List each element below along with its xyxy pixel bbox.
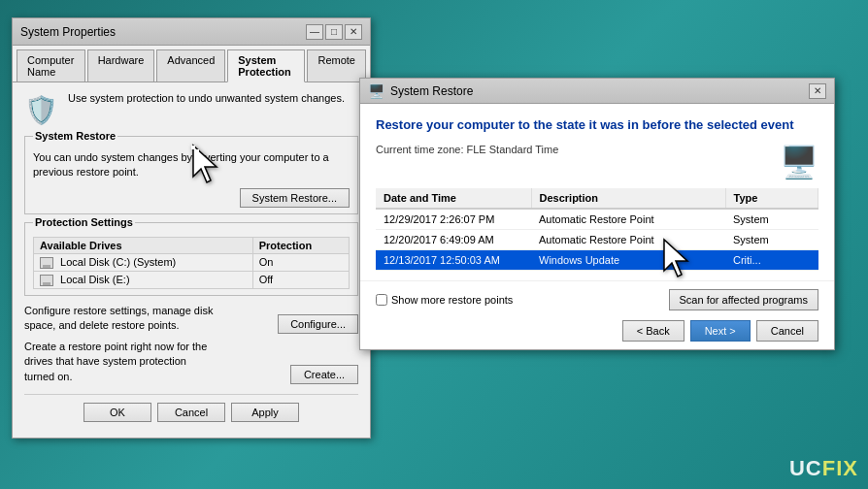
minimize-button[interactable]: — bbox=[306, 24, 323, 40]
restore-row-3[interactable]: 12/13/2017 12:50:03 AM Windows Update Cr… bbox=[376, 250, 818, 271]
drive-icon-1 bbox=[40, 257, 53, 269]
rp2-date: 12/20/2017 6:49:09 AM bbox=[376, 230, 531, 250]
bottom-btn-row: OK Cancel Apply bbox=[24, 394, 358, 428]
col-description: Description bbox=[531, 188, 725, 209]
sr-titlebar: 🖥️ System Restore ✕ bbox=[360, 79, 834, 104]
sr-window-controls: ✕ bbox=[809, 83, 826, 99]
protection-1: On bbox=[252, 253, 349, 271]
drive-icon-2 bbox=[40, 275, 53, 286]
sr-heading: Restore your computer to the state it wa… bbox=[376, 117, 818, 132]
tab-advanced[interactable]: Advanced bbox=[156, 49, 225, 82]
restore-table: Date and Time Description Type 12/29/201… bbox=[376, 188, 818, 271]
sr-close-button[interactable]: ✕ bbox=[809, 83, 826, 99]
sr-bottom-btns: < Back Next > Cancel bbox=[376, 320, 818, 342]
protection-settings-label: Protection Settings bbox=[33, 216, 135, 228]
titlebar: System Properties — □ ✕ bbox=[13, 18, 370, 46]
tab-remote[interactable]: Remote bbox=[307, 49, 366, 82]
rp3-type: Criti... bbox=[725, 250, 818, 271]
sr-content: Restore your computer to the state it wa… bbox=[360, 104, 834, 280]
watermark-part1: UC bbox=[789, 456, 822, 480]
restore-row-2[interactable]: 12/20/2017 6:49:09 AM Automatic Restore … bbox=[376, 230, 818, 250]
ok-button[interactable]: OK bbox=[83, 403, 151, 422]
restore-desc: You can undo system changes by reverting… bbox=[33, 150, 350, 180]
col-type: Type bbox=[725, 188, 818, 209]
info-section: 🛡️ Use system protection to undo unwante… bbox=[24, 92, 358, 126]
info-text: Use system protection to undo unwanted s… bbox=[68, 92, 345, 104]
show-more-text: Show more restore points bbox=[391, 294, 513, 306]
rp3-desc: Windows Update bbox=[531, 250, 725, 271]
tabs-bar: Computer Name Hardware Advanced System P… bbox=[13, 46, 370, 82]
drive-name-1: Local Disk (C:) (System) bbox=[34, 253, 253, 271]
col-drives: Available Drives bbox=[34, 237, 253, 253]
rp1-type: System bbox=[725, 209, 818, 230]
restore-icon: 🖥️ bbox=[780, 144, 818, 180]
watermark: UCFIX bbox=[789, 456, 858, 481]
window-content: 🛡️ Use system protection to undo unwante… bbox=[13, 82, 370, 438]
sr-cancel-button[interactable]: Cancel bbox=[756, 320, 818, 342]
system-properties-window: System Properties — □ ✕ Computer Name Ha… bbox=[12, 17, 371, 439]
back-button[interactable]: < Back bbox=[622, 320, 684, 342]
create-text: Create a restore point right now for the… bbox=[24, 340, 218, 384]
window-controls: — □ ✕ bbox=[306, 24, 362, 40]
maximize-button[interactable]: □ bbox=[325, 24, 343, 40]
apply-button[interactable]: Apply bbox=[231, 403, 299, 422]
sr-timezone: Current time zone: FLE Standard Time bbox=[376, 144, 558, 155]
restore-window-icon: 🖥️ bbox=[368, 83, 384, 99]
show-more-row: Show more restore points Scan for affect… bbox=[376, 289, 818, 310]
rp1-desc: Automatic Restore Point bbox=[531, 209, 725, 230]
rp2-type: System bbox=[725, 230, 818, 250]
create-row: Create a restore point right now for the… bbox=[24, 340, 358, 384]
system-restore-group: System Restore You can undo system chang… bbox=[24, 136, 358, 214]
show-more-checkbox[interactable] bbox=[376, 294, 387, 306]
watermark-part2: FIX bbox=[822, 456, 858, 480]
window-title: System Properties bbox=[20, 25, 116, 39]
sr-titlebar-left: 🖥️ System Restore bbox=[368, 83, 473, 99]
close-button[interactable]: ✕ bbox=[345, 24, 362, 40]
system-restore-group-label: System Restore bbox=[33, 130, 117, 142]
rp3-date: 12/13/2017 12:50:03 AM bbox=[376, 250, 531, 271]
show-more-container: Show more restore points bbox=[376, 294, 663, 306]
col-date-time: Date and Time bbox=[376, 188, 531, 209]
shield-icon: 🛡️ bbox=[24, 94, 58, 126]
system-restore-button[interactable]: System Restore... bbox=[240, 188, 350, 208]
protection-2: Off bbox=[252, 271, 349, 288]
protection-table: Available Drives Protection Local Disk (… bbox=[33, 237, 350, 289]
protection-settings-group: Protection Settings Available Drives Pro… bbox=[24, 222, 358, 296]
rp1-date: 12/29/2017 2:26:07 PM bbox=[376, 209, 531, 230]
rp2-desc: Automatic Restore Point bbox=[531, 230, 725, 250]
show-more-label[interactable]: Show more restore points bbox=[376, 294, 663, 306]
table-row[interactable]: Local Disk (C:) (System) On bbox=[34, 253, 350, 271]
col-protection: Protection bbox=[252, 237, 349, 253]
tab-system-protection[interactable]: System Protection bbox=[227, 49, 305, 82]
cancel-button[interactable]: Cancel bbox=[157, 403, 225, 422]
system-restore-window: 🖥️ System Restore ✕ Restore your compute… bbox=[359, 78, 835, 350]
restore-row-1[interactable]: 12/29/2017 2:26:07 PM Automatic Restore … bbox=[376, 209, 818, 230]
next-button[interactable]: Next > bbox=[690, 320, 751, 342]
configure-button[interactable]: Configure... bbox=[278, 314, 358, 334]
create-button[interactable]: Create... bbox=[290, 365, 358, 384]
restore-btn-row: System Restore... bbox=[33, 188, 350, 208]
sr-window-title: System Restore bbox=[390, 84, 473, 98]
scan-button[interactable]: Scan for affected programs bbox=[669, 289, 818, 310]
sr-footer: Show more restore points Scan for affect… bbox=[360, 280, 834, 349]
tab-hardware[interactable]: Hardware bbox=[87, 49, 155, 82]
configure-text: Configure restore settings, manage disk … bbox=[24, 304, 218, 334]
tab-computer-name[interactable]: Computer Name bbox=[17, 49, 85, 82]
configure-row: Configure restore settings, manage disk … bbox=[24, 304, 358, 334]
drive-name-2: Local Disk (E:) bbox=[34, 271, 253, 288]
table-row[interactable]: Local Disk (E:) Off bbox=[34, 271, 350, 288]
